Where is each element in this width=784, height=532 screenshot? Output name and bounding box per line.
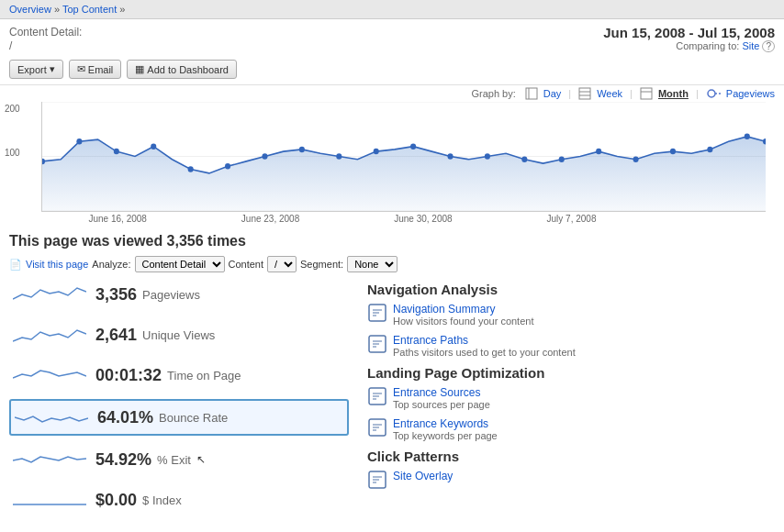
breadcrumb: Overview » Top Content »: [0, 0, 784, 19]
metric-pageviews: 3,356 Pageviews: [9, 278, 349, 311]
graph-month-link[interactable]: Month: [658, 88, 689, 99]
analyze-select[interactable]: Content Detail: [135, 256, 225, 272]
week-icon: [578, 87, 591, 100]
svg-point-29: [633, 157, 639, 162]
add-dashboard-button[interactable]: ▦ Add to Dashboard: [127, 60, 237, 79]
svg-point-7: [708, 90, 715, 97]
svg-point-14: [76, 139, 82, 144]
svg-point-28: [596, 149, 601, 154]
metric-unique-views: 2,641 Unique Views: [9, 318, 349, 351]
chart-area: [41, 102, 766, 212]
email-icon: ✉: [77, 63, 85, 75]
header-left: Content Detail: /: [9, 25, 82, 52]
graph-day-link[interactable]: Day: [543, 88, 562, 99]
cursor-icon: ↖: [196, 453, 206, 466]
graph-by-label: Graph by:: [471, 88, 515, 99]
landing-page-title: Landing Page Optimization: [367, 365, 775, 381]
graph-pageviews-link[interactable]: Pageviews: [726, 88, 775, 99]
nav-item-entrance-sources: Entrance Sources Top sources per page: [367, 386, 775, 410]
y-axis-mid: 100: [5, 148, 20, 158]
svg-point-32: [745, 134, 750, 139]
entrance-keywords-link[interactable]: Entrance Keywords: [393, 417, 488, 430]
site-overlay-content: Site Overlay: [393, 470, 453, 482]
sparkline-bounce-rate: [15, 404, 88, 431]
unique-views-value: 2,641: [95, 326, 137, 345]
site-overlay-link[interactable]: Site Overlay: [393, 470, 453, 482]
sparkline-unique-views: [13, 321, 86, 349]
pct-exit-label: % Exit: [157, 453, 191, 467]
page-header: Content Detail: / Jun 15, 2008 - Jul 15,…: [0, 19, 784, 56]
entrance-paths-link[interactable]: Entrance Paths: [393, 334, 468, 347]
compare-text: Comparing to: Site ?: [603, 40, 775, 51]
nav-summary-link[interactable]: Navigation Summary: [393, 303, 495, 316]
metric-pct-exit: 54.92% % Exit ↖: [9, 443, 349, 476]
toolbar: Export ▾ ✉ Email ▦ Add to Dashboard: [0, 56, 784, 84]
graph-week-link[interactable]: Week: [597, 88, 622, 99]
breadcrumb-topcontent-link[interactable]: Top Content: [62, 4, 117, 15]
pageviews-value: 3,356: [95, 285, 137, 305]
content-select[interactable]: /: [267, 256, 297, 272]
svg-point-27: [559, 157, 565, 162]
site-overlay-icon: [367, 470, 387, 490]
svg-point-19: [262, 153, 267, 159]
metric-time-on-page: 00:01:32 Time on Page: [9, 359, 349, 392]
analyze-row: 📄 Visit this page Analyze: Content Detai…: [0, 253, 784, 272]
compare-site-link[interactable]: Site: [742, 40, 759, 51]
nav-item-entrance-keywords: Entrance Keywords Top keywords per page: [367, 417, 775, 441]
page-views-section: This page was viewed 3,356 times: [0, 226, 784, 253]
export-dropdown-arrow: ▾: [50, 63, 55, 75]
svg-rect-5: [641, 88, 652, 99]
entrance-sources-icon: [367, 386, 387, 406]
time-on-page-label: Time on Page: [167, 369, 241, 382]
pageviews-icon: [706, 88, 721, 99]
y-axis-top: 200: [5, 104, 20, 114]
svg-point-30: [670, 149, 676, 154]
bounce-rate-value: 64.01%: [97, 408, 153, 427]
time-on-page-value: 00:01:32: [95, 366, 162, 385]
entrance-sources-content: Entrance Sources Top sources per page: [393, 386, 490, 410]
svg-point-15: [114, 149, 119, 154]
entrance-paths-content: Entrance Paths Paths visitors used to ge…: [393, 334, 576, 358]
x-label-3: June 30, 2008: [394, 214, 452, 224]
sparkline-pageviews: [13, 281, 86, 308]
date-range-text: Jun 15, 2008 - Jul 15, 2008: [603, 25, 775, 40]
entrance-paths-desc: Paths visitors used to get to your conte…: [393, 347, 576, 358]
svg-point-31: [707, 147, 712, 152]
nav-item-entrance-paths: Entrance Paths Paths visitors used to ge…: [367, 334, 775, 358]
entrance-keywords-desc: Top keywords per page: [393, 430, 498, 441]
left-metrics: 3,356 Pageviews 2,641 Unique Views 00:01…: [9, 278, 349, 524]
breadcrumb-overview-link[interactable]: Overview: [9, 4, 51, 15]
metric-dollar-index: $0.00 $ Index: [9, 483, 349, 516]
date-range: Jun 15, 2008 - Jul 15, 2008 Comparing to…: [603, 25, 775, 51]
nav-item-site-overlay: Site Overlay: [367, 470, 775, 490]
nav-item-nav-summary: Navigation Summary How visitors found yo…: [367, 303, 775, 327]
entrance-keywords-icon: [367, 417, 387, 438]
svg-point-25: [485, 153, 490, 159]
svg-point-22: [374, 149, 379, 154]
sparkline-time-on-page: [13, 361, 86, 389]
entrance-sources-link[interactable]: Entrance Sources: [393, 386, 480, 399]
svg-rect-2: [579, 88, 590, 99]
email-button[interactable]: ✉ Email: [69, 60, 122, 79]
visit-page-link[interactable]: Visit this page: [26, 259, 88, 270]
svg-point-21: [336, 153, 342, 159]
nav-analysis-title: Navigation Analysis: [367, 282, 775, 297]
x-axis-labels: June 16, 2008 June 23, 2008 June 30, 200…: [0, 212, 784, 226]
chart-wrapper: 200 100: [0, 102, 784, 212]
segment-select[interactable]: None: [347, 256, 398, 272]
page-title: Content Detail: /: [9, 26, 82, 52]
day-icon: [525, 87, 538, 100]
chart-svg: [42, 102, 766, 211]
entrance-keywords-content: Entrance Keywords Top keywords per page: [393, 417, 498, 441]
dollar-index-value: $0.00: [95, 491, 137, 510]
svg-point-18: [225, 163, 230, 169]
export-button[interactable]: Export ▾: [9, 60, 63, 79]
svg-point-20: [299, 147, 305, 152]
bounce-rate-label: Bounce Rate: [159, 411, 228, 425]
sparkline-dollar-index: [13, 486, 86, 514]
dashboard-icon: ▦: [135, 63, 144, 75]
metric-bounce-rate: 64.01% Bounce Rate: [9, 399, 349, 436]
nav-summary-icon: [367, 303, 387, 323]
page-view-headline: This page was viewed 3,356 times: [9, 233, 775, 249]
bottom-section: 3,356 Pageviews 2,641 Unique Views 00:01…: [0, 272, 784, 529]
